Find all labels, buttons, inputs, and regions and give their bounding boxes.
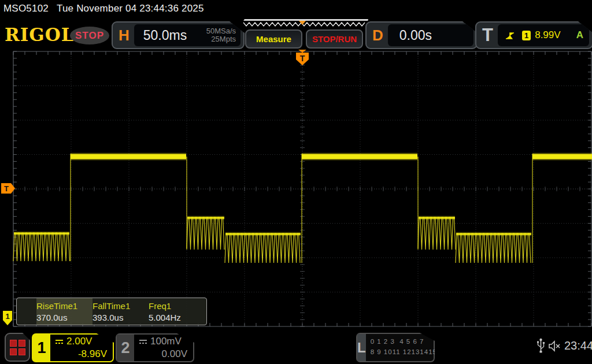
trigger-sweep-mode: A <box>576 29 589 41</box>
rigol-logo: RIGOL <box>5 24 75 45</box>
trigger-source-badge: 1 <box>522 31 531 40</box>
datetime-text: Tue November 04 23:44:36 2025 <box>57 3 204 14</box>
measurement-value: 370.0us <box>36 312 92 323</box>
digital-channel-list: 0 1 2 3 4 5 6 78 9 1011 12131415 <box>366 334 437 361</box>
channel-2-scale: 100mV <box>150 336 182 347</box>
dc-coupling-icon <box>139 339 147 345</box>
trigger-label: T <box>476 25 498 46</box>
measurement-item[interactable]: FallTime1 393.0us <box>92 298 149 325</box>
speaker-muted-icon <box>548 340 563 352</box>
measurement-item[interactable]: RiseTime1 370.0us <box>36 298 92 325</box>
horizontal-label: H <box>113 27 134 44</box>
system-clock: 23:44 <box>564 339 592 352</box>
measurement-label: RiseTime1 <box>36 300 92 312</box>
measure-button[interactable]: Measure <box>245 29 302 49</box>
waveform-overview-strip[interactable] <box>239 19 368 28</box>
channel-2-number: 2 <box>117 335 134 361</box>
trigger-position-marker[interactable]: T <box>296 50 309 65</box>
acquisition-info: 50MSa/s 25Mpts <box>206 27 240 44</box>
waveform-display[interactable]: TT1 <box>0 49 592 328</box>
memory-depth: 25Mpts <box>211 35 236 43</box>
rising-edge-icon <box>505 31 516 40</box>
svg-text:T: T <box>300 54 305 63</box>
timebase-value: 50.0ms <box>134 28 206 43</box>
stop-run-button[interactable]: STOP/RUN <box>306 29 363 49</box>
measurement-label: Freq1 <box>149 300 205 312</box>
sample-rate: 50MSa/s <box>206 27 236 35</box>
dc-coupling-icon <box>55 339 64 345</box>
channel-2-button[interactable]: 2 100mV 0.00V <box>116 333 194 362</box>
channel-1-offset-marker[interactable]: 1 <box>3 311 12 325</box>
channel-1-scale: 2.00V <box>66 336 92 347</box>
measurement-label: FallTime1 <box>92 300 149 312</box>
logic-analyzer-button[interactable]: L 0 1 2 3 4 5 6 78 9 1011 12131415 <box>356 333 435 362</box>
measurement-item[interactable]: Freq1 5.004Hz <box>149 298 205 325</box>
trigger-level-value: 8.99V <box>535 29 576 41</box>
channel-1-button[interactable]: 1 2.00V -8.96V <box>32 333 114 362</box>
delay-value: 0.00s <box>388 28 432 43</box>
run-state-indicator: STOP <box>70 27 109 44</box>
menu-grid-icon[interactable] <box>5 333 30 362</box>
model-name: MSO5102 <box>3 3 49 14</box>
measurement-value: 5.004Hz <box>149 312 205 323</box>
usb-icon <box>536 337 545 354</box>
channel-1-offset: -8.96V <box>78 348 107 360</box>
measurement-value: 393.0us <box>92 312 149 323</box>
svg-text:T: T <box>4 184 9 193</box>
title-bar: MSO5102Tue November 04 23:44:36 2025 <box>3 3 212 14</box>
overview-zigzag-icon <box>239 19 368 28</box>
delay-menu-button[interactable]: D 0.00s <box>365 21 478 49</box>
delay-label: D <box>367 27 388 44</box>
trigger-menu-button[interactable]: T 1 8.99V A <box>475 21 592 49</box>
measurement-results-popup[interactable]: RiseTime1 370.0us FallTime1 393.0us Freq… <box>16 298 207 325</box>
channel-2-offset: 0.00V <box>162 348 187 360</box>
horizontal-menu-button[interactable]: H 50.0ms 50MSa/s 25Mpts <box>112 21 245 49</box>
svg-text:1: 1 <box>5 312 9 321</box>
channel-1-number: 1 <box>33 335 50 361</box>
logic-analyzer-label: L <box>357 334 366 361</box>
